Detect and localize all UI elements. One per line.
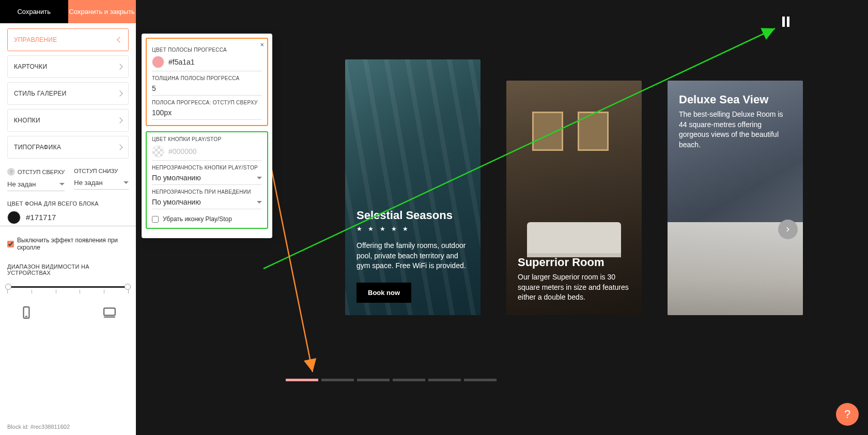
card-desc: The best-selling Deluxe Room is 44 squar…: [679, 110, 792, 150]
pause-button[interactable]: [781, 17, 791, 29]
block-id-label: Block id: #rec338811602: [7, 424, 70, 430]
progress-segment[interactable]: [428, 379, 461, 381]
checkbox-input[interactable]: [7, 241, 14, 247]
accordion-item-buttons[interactable]: КНОПКИ: [7, 109, 129, 132]
book-now-button[interactable]: Book now: [357, 283, 411, 303]
progress-offset-input[interactable]: 100px: [152, 105, 262, 120]
progress-bars: [286, 379, 497, 381]
range-ticks: [7, 290, 129, 293]
close-icon[interactable]: ×: [260, 41, 264, 49]
accordion-item-gallery-style[interactable]: СТИЛЬ ГАЛЕРЕИ: [7, 82, 129, 105]
dropdown-icon: [257, 177, 262, 179]
range-thumb-min[interactable]: [5, 284, 11, 290]
play-hover-select[interactable]: По умолчанию: [152, 195, 262, 209]
visibility-range-label: ДИАПАЗОН ВИДИМОСТИ НА УСТРОЙСТВАХ: [0, 254, 136, 278]
progress-color-input[interactable]: #f5a1a1: [152, 53, 262, 71]
offset-bottom-select[interactable]: Не задан: [74, 176, 129, 190]
disable-scroll-effect-checkbox[interactable]: Выключить эффект появления при скролле: [0, 228, 136, 254]
dropdown-icon: [59, 183, 65, 185]
chevron-left-icon: [117, 37, 122, 42]
bg-color-swatch: [7, 211, 21, 224]
card-superior[interactable]: Superrior Room Our larger Superior room …: [506, 81, 642, 315]
dropdown-icon: [123, 181, 129, 184]
card-desc: Our larger Superior room is 30 square me…: [518, 272, 630, 303]
mobile-icon: [20, 306, 33, 319]
dropdown-icon: [257, 201, 262, 204]
hide-playstop-checkbox[interactable]: Убрать иконку Play/Stop: [152, 215, 262, 223]
accordion-label: СТИЛЬ ГАЛЕРЕИ: [14, 90, 67, 97]
card-deluxe[interactable]: Deluxe Sea View The best-selling Deluxe …: [668, 81, 803, 315]
progress-color-value: #f5a1a1: [168, 58, 195, 66]
settings-sidebar: Сохранить Сохранить и закрыть УПРАВЛЕНИЕ…: [0, 0, 136, 435]
progress-segment[interactable]: [286, 379, 318, 381]
accordion-label: УПРАВЛЕНИЕ: [14, 36, 57, 43]
color-swatch-icon: [152, 56, 164, 68]
progress-segment[interactable]: [464, 379, 497, 381]
help-button[interactable]: ?: [836, 403, 859, 426]
gallery-cards: Selestial Seasons ★ ★ ★ ★ ★ Offering the…: [345, 59, 803, 315]
play-opacity-label: НЕПРОЗРАЧНОСТЬ КНОПКИ PLAY/STOP: [152, 165, 262, 170]
play-color-value: #000000: [168, 147, 197, 156]
play-color-input[interactable]: #000000: [152, 142, 262, 161]
play-opacity-select[interactable]: По умолчанию: [152, 170, 262, 185]
bg-color-input[interactable]: #171717: [0, 209, 136, 226]
offset-top-label: ?ОТСТУП СВЕРХУ: [7, 168, 65, 176]
playstop-group: ЦВЕТ КНОПКИ PLAY/STOP #000000 НЕПРОЗРАЧН…: [146, 131, 268, 229]
progress-offset-label: ПОЛОСА ПРОГРЕССА: ОТСТУП СВЕРХУ: [152, 100, 262, 105]
bg-color-value: #171717: [26, 209, 56, 226]
next-arrow-button[interactable]: [778, 220, 798, 239]
checkbox-label: Выключить эффект появления при скролле: [17, 237, 129, 251]
card-selestial[interactable]: Selestial Seasons ★ ★ ★ ★ ★ Offering the…: [345, 59, 481, 315]
progressbar-group: × ЦВЕТ ПОЛОСЫ ПРОГРЕССА #f5a1a1 ТОЛЩИНА …: [146, 38, 268, 126]
play-color-label: ЦВЕТ КНОПКИ PLAY/STOP: [152, 136, 262, 142]
progress-thickness-label: ТОЛЩИНА ПОЛОСЫ ПРОГРЕССА: [152, 75, 262, 81]
save-close-button[interactable]: Сохранить и закрыть: [68, 0, 136, 23]
accordion-item-typography[interactable]: ТИПОГРАФИКА: [7, 136, 129, 159]
accordion-item-cards[interactable]: КАРТОЧКИ: [7, 55, 129, 78]
card-title: Selestial Seasons: [357, 209, 469, 222]
offset-bottom-label: ОТСТУП СНИЗУ: [74, 168, 129, 174]
card-desc: Offering the family rooms, outdoor pool,…: [357, 241, 469, 271]
progress-segment[interactable]: [321, 379, 354, 381]
range-thumb-max[interactable]: [125, 284, 131, 290]
accordion-item-control[interactable]: УПРАВЛЕНИЕ: [7, 28, 129, 51]
card-stars: ★ ★ ★ ★ ★: [357, 225, 469, 232]
checkbox-input[interactable]: [152, 216, 159, 223]
offset-top-select[interactable]: Не задан: [7, 178, 65, 191]
accordion-label: КАРТОЧКИ: [14, 63, 47, 70]
progress-color-label: ЦВЕТ ПОЛОСЫ ПРОГРЕССА: [152, 47, 262, 53]
controls-subpanel: × ЦВЕТ ПОЛОСЫ ПРОГРЕССА #f5a1a1 ТОЛЩИНА …: [142, 34, 272, 238]
save-button[interactable]: Сохранить: [0, 0, 68, 23]
chevron-right-icon: [117, 90, 122, 96]
progress-thickness-input[interactable]: 5: [152, 81, 262, 96]
progress-segment[interactable]: [393, 379, 425, 381]
desktop-icon: [103, 306, 116, 319]
accordion-label: КНОПКИ: [14, 117, 40, 124]
progress-segment[interactable]: [357, 379, 390, 381]
svg-rect-2: [104, 308, 115, 315]
chevron-right-icon: [117, 64, 122, 69]
help-tip-icon[interactable]: ?: [7, 168, 15, 176]
transparent-swatch-icon: [152, 145, 164, 158]
checkbox-label: Убрать иконку Play/Stop: [163, 215, 232, 223]
accordion-label: ТИПОГРАФИКА: [14, 144, 61, 151]
card-title: Deluxe Sea View: [679, 93, 792, 106]
play-hover-label: НЕПРОЗРАЧНОСТЬ ПРИ НАВЕДЕНИИ: [152, 189, 262, 195]
chevron-right-icon: [117, 144, 122, 150]
chevron-right-icon: [117, 117, 122, 123]
bg-color-label: ЦВЕТ ФОНА ДЛЯ ВСЕГО БЛОКА: [0, 191, 136, 209]
card-title: Superrior Room: [518, 256, 630, 269]
visibility-range-slider[interactable]: [7, 286, 129, 288]
chevron-right-icon: [784, 226, 792, 233]
